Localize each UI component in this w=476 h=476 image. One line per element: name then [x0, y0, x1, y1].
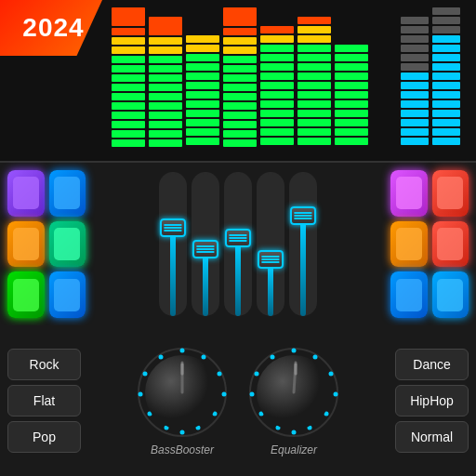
svg-rect-43 [223, 56, 257, 63]
svg-rect-12 [112, 130, 145, 138]
svg-rect-0 [112, 7, 145, 26]
fader-4[interactable] [257, 172, 284, 316]
svg-rect-59 [260, 82, 294, 89]
fader-section [93, 163, 383, 325]
svg-rect-47 [223, 93, 257, 100]
svg-rect-85 [335, 91, 368, 99]
svg-rect-33 [186, 91, 219, 99]
svg-rect-42 [223, 46, 257, 54]
svg-rect-29 [186, 54, 219, 61]
svg-rect-24 [149, 121, 182, 128]
pad-left-1[interactable] [7, 170, 45, 217]
preset-rock-button[interactable]: Rock [7, 349, 81, 380]
svg-rect-68 [298, 35, 331, 43]
svg-rect-108 [432, 35, 460, 43]
bass-booster-container: BassBooster [136, 346, 229, 456]
svg-rect-64 [260, 128, 294, 136]
year-text: 2024 [18, 13, 84, 43]
svg-rect-80 [335, 45, 368, 52]
svg-rect-86 [335, 100, 368, 108]
svg-rect-22 [149, 102, 182, 110]
bass-booster-knob-wrap[interactable] [136, 346, 229, 439]
svg-rect-62 [260, 110, 294, 117]
knobs-section: BassBooster [88, 325, 388, 476]
svg-rect-60 [260, 91, 294, 99]
year-badge: 2024 [0, 0, 102, 56]
equalizer-knob-wrap[interactable] [247, 346, 340, 439]
svg-rect-104 [401, 138, 429, 145]
svg-rect-94 [401, 45, 429, 52]
pad-left-4[interactable] [49, 221, 86, 268]
svg-rect-1 [112, 28, 145, 35]
eq-visualizer-section: 2024 [0, 0, 476, 163]
left-preset-buttons: Rock Flat Pop [0, 325, 88, 476]
svg-rect-56 [260, 54, 294, 61]
fader-3[interactable] [224, 172, 252, 316]
svg-point-148 [271, 354, 275, 359]
pad-left-3[interactable] [7, 221, 45, 268]
svg-rect-69 [298, 45, 331, 52]
svg-rect-110 [432, 54, 460, 61]
svg-rect-48 [223, 102, 257, 110]
svg-point-143 [292, 430, 297, 434]
svg-rect-73 [298, 82, 331, 89]
svg-point-123 [218, 371, 222, 376]
svg-rect-54 [260, 35, 294, 43]
preset-pop-button[interactable]: Pop [7, 421, 81, 453]
svg-rect-118 [432, 128, 460, 136]
svg-rect-32 [186, 82, 219, 89]
pad-right-4[interactable] [432, 221, 469, 268]
fader-1[interactable] [159, 172, 187, 316]
pad-grid-right [383, 163, 476, 325]
svg-rect-53 [260, 26, 294, 33]
preset-normal-button[interactable]: Normal [395, 421, 469, 453]
svg-rect-100 [401, 100, 429, 108]
svg-point-140 [334, 391, 338, 396]
svg-rect-82 [335, 63, 368, 71]
svg-rect-7 [112, 84, 145, 91]
svg-rect-4 [112, 56, 145, 63]
svg-rect-6 [112, 74, 145, 82]
pad-right-2[interactable] [432, 170, 469, 217]
svg-rect-107 [432, 26, 460, 33]
preset-flat-button[interactable]: Flat [7, 385, 81, 416]
svg-rect-74 [298, 91, 331, 99]
pad-right-1[interactable] [390, 170, 428, 217]
svg-rect-99 [401, 91, 429, 99]
pad-right-6[interactable] [432, 271, 469, 318]
svg-point-132 [159, 354, 164, 359]
svg-rect-90 [335, 138, 368, 145]
svg-rect-75 [298, 100, 331, 108]
pad-right-3[interactable] [390, 221, 428, 268]
equalizer-label: Equalizer [271, 443, 317, 456]
pad-left-2[interactable] [49, 170, 86, 217]
pad-left-5[interactable] [7, 271, 45, 318]
svg-rect-91 [401, 17, 429, 24]
pad-left-6[interactable] [49, 271, 86, 318]
svg-rect-15 [149, 37, 182, 45]
pad-right-5[interactable] [390, 271, 428, 318]
svg-rect-20 [149, 84, 182, 91]
svg-rect-71 [298, 63, 331, 71]
svg-point-131 [143, 371, 148, 376]
svg-rect-102 [401, 119, 429, 126]
svg-point-122 [202, 354, 206, 359]
svg-point-138 [313, 354, 318, 359]
bass-booster-label: BassBooster [151, 443, 214, 456]
svg-rect-46 [223, 84, 257, 91]
svg-rect-101 [401, 110, 429, 117]
fader-5[interactable] [289, 172, 317, 316]
svg-rect-65 [260, 138, 294, 145]
svg-rect-89 [335, 128, 368, 136]
svg-rect-23 [149, 112, 182, 119]
svg-rect-58 [260, 73, 294, 80]
preset-hiphop-button[interactable]: HipHop [395, 385, 469, 416]
fader-2[interactable] [192, 172, 219, 316]
svg-rect-98 [401, 82, 429, 89]
svg-rect-5 [112, 65, 145, 73]
svg-rect-78 [298, 128, 331, 136]
preset-dance-button[interactable]: Dance [395, 349, 469, 380]
svg-rect-3 [112, 46, 145, 54]
svg-rect-34 [186, 100, 219, 108]
svg-rect-63 [260, 119, 294, 126]
